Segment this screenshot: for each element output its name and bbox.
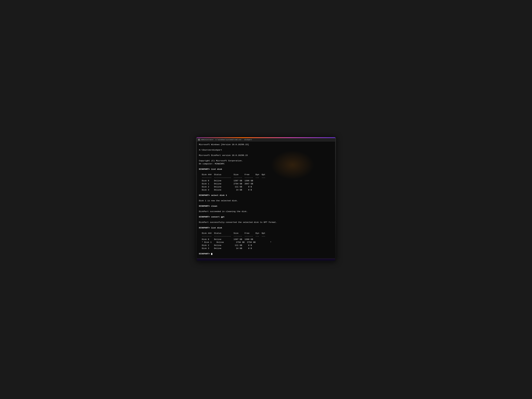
cmd-icon: C:\: [198, 139, 200, 141]
table-sep-1: -------- -------------- ------- ------- …: [202, 176, 333, 179]
prompt-select-disk: DISKPART> select disk 1: [199, 194, 333, 197]
output-line-2: X:\Sources>diskpart: [199, 149, 333, 152]
cmd-body[interactable]: Microsoft Windows [Version 10.0.16299.15…: [197, 141, 335, 259]
spacer: [199, 229, 333, 232]
spacer: [199, 203, 333, 205]
diskpart-prompt: DISKPART>: [199, 205, 210, 207]
cmd-title: Administrator: X:\windows\system32\cmd.e…: [201, 139, 252, 141]
spacer: [199, 152, 333, 154]
cmd-convert-gpt: convert gpt: [210, 216, 224, 218]
cmd-titlebar: C:\ Administrator: X:\windows\system32\c…: [197, 138, 335, 141]
spacer: [199, 224, 333, 226]
table-row-disk0-2: Disk 0 Online 1397 GB 1396 GB: [202, 238, 333, 241]
table-header-2: Disk ### Status Size Free Dyn Gpt: [202, 232, 333, 235]
output-select-result: Disk 1 is now the selected disk.: [199, 199, 333, 203]
output-line-1: Microsoft Windows [Version 10.0.16299.15…: [199, 143, 333, 146]
output-clean-result: DiskPart succeeded in cleaning the disk.: [199, 210, 333, 213]
diskpart-prompt: DISKPART>: [199, 216, 210, 218]
prompt-clean: DISKPART> clean: [199, 205, 333, 208]
spacer: [199, 219, 333, 221]
cursor: [211, 253, 212, 255]
output-line-5: On computer: MINWINPC: [199, 162, 333, 165]
cmd-list-disk-2: list disk: [210, 227, 222, 229]
diskpart-prompt: DISKPART>: [199, 194, 210, 196]
diskpart-prompt: DISKPART>: [199, 168, 210, 170]
prompt-final[interactable]: DISKPART>: [199, 253, 333, 255]
table-sep-2: -------- -------------- ------- ------- …: [202, 235, 333, 238]
spacer: [199, 146, 333, 149]
output-line-3: Microsoft DiskPart version 10.0.16299.15: [199, 154, 333, 157]
spacer: [199, 157, 333, 159]
output-convert-result: DiskPart successfully converted the sele…: [199, 221, 333, 224]
prompt-convert-gpt: DISKPART> convert gpt: [199, 215, 333, 219]
table-header-1: Disk ### Status Size Free Dyn Gpt: [202, 173, 333, 176]
spacer: [199, 192, 333, 194]
cmd-clean: clean: [210, 205, 217, 207]
table-row-disk3-1: Disk 3 Online 14 GB 0 B: [202, 189, 333, 192]
cmd-list-disk-1: list disk: [210, 168, 222, 170]
spacer: [199, 213, 333, 215]
table-row-disk3-2: Disk 3 Online 14 GB 0 B: [202, 247, 333, 250]
spacer: [199, 165, 333, 168]
spacer: [199, 208, 333, 210]
diskpart-prompt: DISKPART>: [199, 253, 210, 255]
cmd-window: C:\ Administrator: X:\windows\system32\c…: [197, 138, 335, 261]
prompt-list-disk-2: DISKPART> list disk: [199, 227, 333, 229]
monitor-frame: C:\ Administrator: X:\windows\system32\c…: [196, 137, 336, 262]
spacer: [199, 250, 333, 253]
table-row-disk1-1: Disk 1 Online 2794 GB 2047 GB: [202, 183, 333, 185]
diskpart-prompt: DISKPART>: [199, 227, 210, 229]
cmd-select-disk: select disk 1: [210, 194, 227, 196]
table-row-disk2-2: Disk 2 Online 111 GB 0 B: [202, 244, 333, 247]
table-row-disk0-1: Disk 0 Online 1397 GB 1396 GB: [202, 179, 333, 183]
output-line-4: Copyright (C) Microsoft Corporation.: [199, 159, 333, 162]
table-row-disk1-2: * Disk 1 Online 2794 GB 2794 GB *: [202, 241, 333, 244]
bottom-bar: [197, 258, 335, 261]
prompt-list-disk-1: DISKPART> list disk: [199, 168, 333, 171]
spacer: [199, 197, 333, 199]
spacer: [199, 171, 333, 173]
table-row-disk2-1: Disk 2 Online 111 GB 0 B: [202, 185, 333, 189]
